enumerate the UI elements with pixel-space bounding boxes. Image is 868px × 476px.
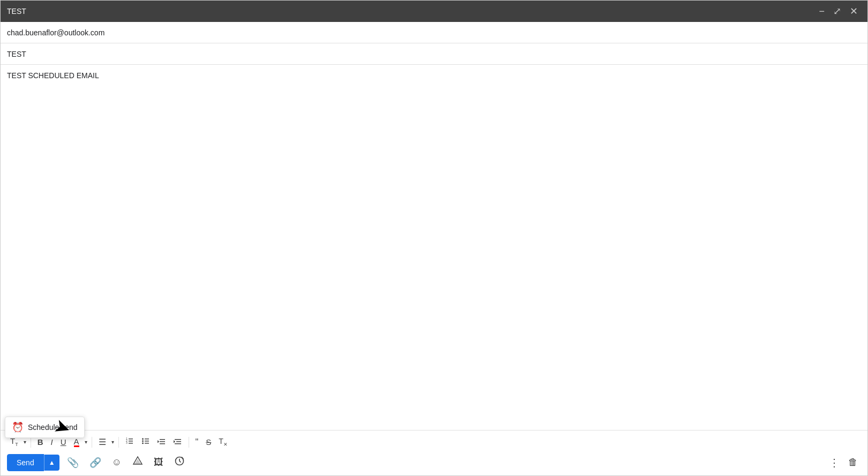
compose-body[interactable]: TEST SCHEDULED EMAIL	[1, 65, 867, 430]
more-options-button[interactable]: ⋮	[826, 454, 843, 471]
subject-field[interactable]: TEST	[1, 43, 867, 65]
footer-actions: Send ▲ 📎 🔗 ☺ 🖼	[7, 454, 861, 471]
toolbar-separator-1	[31, 437, 31, 448]
formatting-toolbar: TT ▾ B I U A ▾ ☰	[7, 435, 861, 449]
delete-icon: 🗑	[848, 457, 858, 467]
emoji-icon: ☺	[112, 457, 122, 467]
clear-format-button[interactable]: T✕	[215, 435, 231, 449]
unordered-list-icon	[141, 437, 150, 447]
delete-button[interactable]: 🗑	[845, 455, 861, 470]
align-dropdown[interactable]: ☰ ▾	[95, 436, 115, 449]
compose-header: TEST − ⤢ ✕	[1, 1, 867, 22]
attach-icon: 📎	[67, 457, 79, 468]
svg-rect-17	[176, 441, 181, 442]
strikethrough-button[interactable]: S	[203, 436, 214, 448]
strikethrough-icon: S	[206, 438, 211, 446]
font-size-label: TT	[10, 437, 18, 447]
compose-title: TEST	[7, 7, 26, 16]
send-button[interactable]: Send	[7, 454, 44, 471]
more-options-icon: ⋮	[829, 457, 840, 469]
link-button[interactable]: 🔗	[86, 455, 104, 471]
align-arrow-icon: ▾	[111, 440, 114, 445]
compose-footer: ⏰ Schedule send ➤ TT ▾ B I U A	[1, 430, 867, 475]
svg-marker-15	[158, 440, 159, 443]
font-size-arrow-icon: ▾	[24, 440, 26, 445]
svg-marker-19	[174, 440, 175, 443]
svg-marker-21	[134, 459, 141, 464]
blockquote-icon: "	[196, 438, 199, 447]
svg-rect-7	[145, 441, 149, 442]
drive-icon	[132, 458, 143, 469]
unordered-list-button[interactable]	[138, 435, 153, 449]
indent-less-icon	[158, 437, 166, 447]
svg-rect-8	[145, 443, 149, 444]
blockquote-button[interactable]: "	[192, 436, 202, 449]
align-button[interactable]: ☰	[95, 436, 109, 449]
scheduled-send-button[interactable]	[171, 454, 188, 471]
toolbar-separator-4	[189, 437, 189, 448]
minimize-button[interactable]: −	[815, 4, 828, 18]
ordered-list-icon: 123	[125, 437, 134, 447]
svg-rect-2	[129, 443, 133, 444]
close-button[interactable]: ✕	[847, 4, 861, 18]
svg-rect-13	[160, 441, 165, 442]
toolbar-separator-2	[92, 437, 92, 448]
subject-value: TEST	[7, 50, 26, 58]
font-color-arrow-icon: ▾	[85, 440, 87, 445]
svg-text:3: 3	[126, 441, 128, 444]
svg-point-10	[142, 440, 144, 442]
emoji-button[interactable]: ☺	[109, 455, 125, 470]
svg-rect-6	[145, 439, 149, 440]
toolbar-separator-3	[118, 437, 119, 448]
svg-rect-1	[129, 441, 133, 442]
align-icon: ☰	[99, 438, 106, 447]
link-icon: 🔗	[89, 457, 101, 468]
scheduled-send-icon	[174, 458, 185, 469]
body-text: TEST SCHEDULED EMAIL	[7, 71, 99, 80]
schedule-send-icon: ⏰	[12, 421, 24, 433]
send-dropdown-button[interactable]: ▲	[44, 455, 59, 471]
indent-more-icon	[174, 437, 182, 447]
font-color-arrow-button[interactable]: ▾	[84, 437, 88, 447]
photo-button[interactable]: 🖼	[151, 455, 167, 470]
schedule-tooltip-text: Schedule send	[28, 423, 78, 432]
drive-button[interactable]	[129, 454, 146, 471]
clear-format-icon: T✕	[219, 437, 228, 447]
header-actions: − ⤢ ✕	[815, 4, 861, 18]
attach-button[interactable]: 📎	[64, 455, 82, 471]
schedule-tooltip: ⏰ Schedule send	[5, 417, 85, 438]
footer-right-actions: ⋮ 🗑	[826, 454, 861, 471]
to-value: chad.buenaflor@outlook.com	[7, 28, 104, 37]
svg-rect-18	[175, 443, 181, 444]
ordered-list-button[interactable]: 123	[122, 435, 137, 449]
indent-more-button[interactable]	[170, 435, 185, 449]
compose-window: TEST − ⤢ ✕ chad.buenaflor@outlook.com TE…	[0, 0, 868, 476]
font-color-label: A	[74, 437, 79, 447]
svg-rect-16	[175, 439, 181, 440]
svg-rect-12	[160, 439, 165, 440]
font-size-arrow-button[interactable]: ▾	[23, 437, 27, 447]
svg-rect-14	[160, 443, 165, 444]
svg-point-11	[142, 442, 144, 444]
align-arrow-button[interactable]: ▾	[110, 437, 115, 447]
send-button-group: Send ▲	[7, 454, 59, 471]
svg-point-9	[142, 438, 144, 440]
to-field[interactable]: chad.buenaflor@outlook.com	[1, 22, 867, 43]
photo-icon: 🖼	[154, 457, 163, 467]
maximize-button[interactable]: ⤢	[830, 4, 844, 18]
svg-rect-0	[129, 439, 133, 440]
indent-less-button[interactable]	[154, 435, 169, 449]
